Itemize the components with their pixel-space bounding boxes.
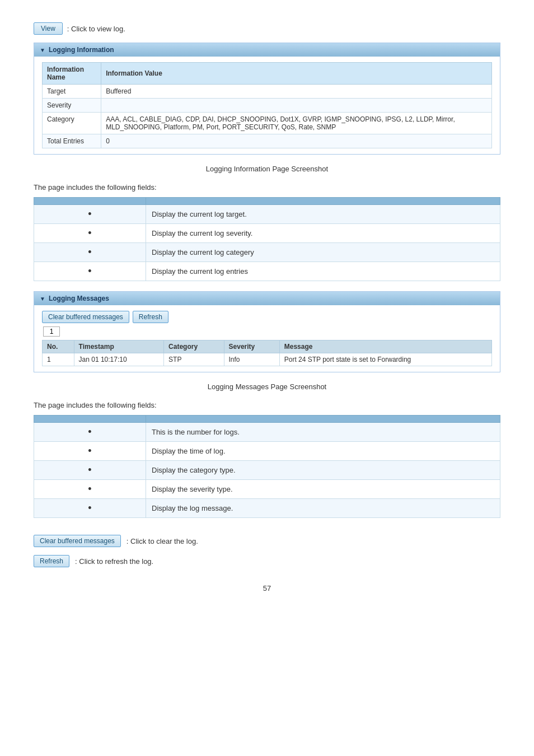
logging-info-fields-table: •Display the current log target.•Display…	[34, 197, 500, 281]
log-message: Port 24 STP port state is set to Forward…	[279, 353, 491, 366]
info-name-cell: Total Entries	[43, 134, 101, 148]
page-number: 57	[34, 584, 500, 592]
view-button-row: View : Click to view log.	[34, 22, 500, 35]
log-col-header: Timestamp	[74, 340, 164, 353]
list-item: •Display the current log categery	[34, 243, 500, 262]
table-row: 1 Jan 01 10:17:10 STP Info Port 24 STP p…	[43, 353, 492, 366]
info-name-cell: Severity	[43, 99, 101, 113]
logging-info-caption: Logging Information Page Screenshot	[34, 165, 500, 173]
list-item: •Display the current log target.	[34, 205, 500, 224]
description-cell: Display the current log entries	[146, 262, 500, 281]
logging-info-header: ▼ Logging Information	[34, 43, 500, 57]
bottom-section: Clear buffered messages : Click to clear…	[34, 535, 500, 567]
info-value-cell	[101, 99, 492, 113]
info-col-value: Information Value	[101, 63, 492, 85]
bullet-cell: •	[34, 442, 146, 461]
logging-info-desc: The page includes the following fields:	[34, 183, 500, 192]
log-severity: Info	[224, 353, 279, 366]
log-category: STP	[164, 353, 224, 366]
refresh-bottom-button[interactable]: Refresh	[34, 555, 69, 567]
view-button[interactable]: View	[34, 22, 63, 35]
panel-arrow-icon: ▼	[40, 47, 45, 53]
log-col-header: Category	[164, 340, 224, 353]
table-row: Total Entries0	[43, 134, 492, 148]
description-cell: Display the time of log.	[146, 442, 500, 461]
info-value-cell: AAA, ACL, CABLE_DIAG, CDP, DAI, DHCP_SNO…	[101, 113, 492, 134]
bullet-cell: •	[34, 262, 146, 281]
logging-msg-body: Clear buffered messages Refresh No.Times…	[34, 305, 500, 372]
clear-label: : Click to clear the log.	[127, 537, 198, 545]
info-col-name: Information Name	[43, 63, 101, 85]
logging-msg-panel: ▼ Logging Messages Clear buffered messag…	[34, 291, 500, 372]
logging-msg-title: Logging Messages	[49, 295, 109, 302]
log-no: 1	[43, 353, 74, 366]
description-cell: Display the current log categery	[146, 243, 500, 262]
table-row: Severity	[43, 99, 492, 113]
log-messages-table: No.TimestampCategorySeverityMessage 1 Ja…	[42, 340, 492, 366]
bullet-cell: •	[34, 205, 146, 224]
logging-info-title: Logging Information	[49, 46, 114, 54]
list-item: •Display the current log severity.	[34, 224, 500, 243]
description-cell: Display the severity type.	[146, 480, 500, 499]
info-name-cell: Target	[43, 85, 101, 99]
info-value-cell: Buffered	[101, 85, 492, 99]
msg-controls: Clear buffered messages Refresh	[42, 311, 492, 323]
list-item: •This is the number for logs.	[34, 423, 500, 442]
list-item: •Display the time of log.	[34, 442, 500, 461]
table-row: CategoryAAA, ACL, CABLE_DIAG, CDP, DAI, …	[43, 113, 492, 134]
logging-info-body: Information Name Information Value Targe…	[34, 57, 500, 154]
logging-info-panel: ▼ Logging Information Information Name I…	[34, 43, 500, 155]
bullet-cell: •	[34, 480, 146, 499]
description-cell: Display the current log severity.	[146, 224, 500, 243]
fields-header-col2	[146, 198, 500, 205]
list-item: •Display the category type.	[34, 461, 500, 480]
description-cell: This is the number for logs.	[146, 423, 500, 442]
panel-msg-arrow-icon: ▼	[40, 296, 45, 302]
page-number-input[interactable]	[43, 326, 60, 337]
logging-info-table: Information Name Information Value Targe…	[42, 62, 492, 148]
log-timestamp: Jan 01 10:17:10	[74, 353, 164, 366]
log-col-header: Message	[279, 340, 491, 353]
bullet-cell: •	[34, 243, 146, 262]
clear-btn-row: Clear buffered messages : Click to clear…	[34, 535, 500, 547]
logging-msg-caption: Logging Messages Page Screenshot	[34, 382, 500, 391]
bullet-cell: •	[34, 423, 146, 442]
table-row: TargetBuffered	[43, 85, 492, 99]
log-col-header: Severity	[224, 340, 279, 353]
refresh-btn-row: Refresh : Click to refresh the log.	[34, 555, 500, 567]
clear-buffered-messages-button[interactable]: Clear buffered messages	[42, 311, 129, 323]
clear-buffered-messages-bottom-button[interactable]: Clear buffered messages	[34, 535, 121, 547]
logging-msg-header: ▼ Logging Messages	[34, 292, 500, 305]
bullet-cell: •	[34, 499, 146, 518]
info-name-cell: Category	[43, 113, 101, 134]
description-cell: Display the log message.	[146, 499, 500, 518]
info-value-cell: 0	[101, 134, 492, 148]
fields-header-col1	[34, 198, 146, 205]
refresh-label: : Click to refresh the log.	[75, 557, 153, 566]
bullet-cell: •	[34, 224, 146, 243]
logging-msg-fields-table: •This is the number for logs.•Display th…	[34, 415, 500, 518]
bullet-cell: •	[34, 461, 146, 480]
refresh-button-panel[interactable]: Refresh	[133, 311, 168, 323]
description-cell: Display the current log target.	[146, 205, 500, 224]
log-col-header: No.	[43, 340, 74, 353]
msg-fields-header-col2	[146, 416, 500, 423]
list-item: •Display the current log entries	[34, 262, 500, 281]
msg-fields-header-col1	[34, 416, 146, 423]
logging-msg-desc: The page includes the following fields:	[34, 401, 500, 409]
list-item: •Display the severity type.	[34, 480, 500, 499]
list-item: •Display the log message.	[34, 499, 500, 518]
view-label: : Click to view log.	[67, 25, 125, 33]
description-cell: Display the category type.	[146, 461, 500, 480]
